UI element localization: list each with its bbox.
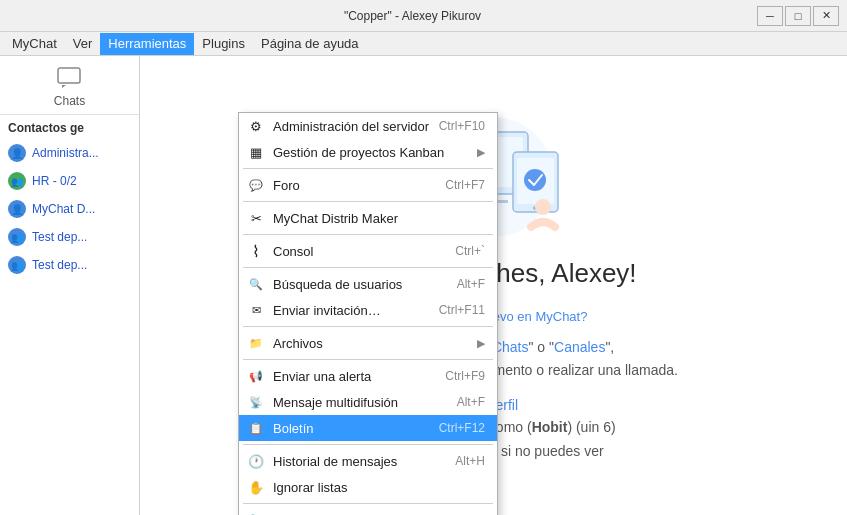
main-layout: Chats Contactos ge 👤 Administra... 👥 HR … <box>0 56 847 515</box>
menu-item-block[interactable]: 🔧 Programa en bloque Alt+B <box>239 507 497 515</box>
alert-shortcut: Ctrl+F9 <box>445 369 485 383</box>
console-shortcut: Ctrl+` <box>455 244 485 258</box>
menu-item-history[interactable]: 🕐 Historial de mensajes Alt+H <box>239 448 497 474</box>
contact-icon-hr: 👥 <box>8 172 26 190</box>
console-label: Consol <box>273 244 447 259</box>
menu-item-search[interactable]: 🔍 Búsqueda de usuarios Alt+F <box>239 271 497 297</box>
history-icon: 🕐 <box>247 452 265 470</box>
menu-item-admin-server[interactable]: ⚙ Administración del servidor Ctrl+F10 <box>239 113 497 139</box>
minimize-button[interactable]: ─ <box>757 6 783 26</box>
search-label: Búsqueda de usuarios <box>273 277 449 292</box>
svg-rect-0 <box>58 68 80 83</box>
contacts-header: Contactos ge <box>0 115 139 139</box>
kanban-label: Gestión de proyectos Kanban <box>273 145 469 160</box>
forum-icon: 💬 <box>247 176 265 194</box>
contact-hr[interactable]: 👥 HR - 0/2 <box>0 167 139 195</box>
menu-ver[interactable]: Ver <box>65 33 101 55</box>
maximize-button[interactable]: □ <box>785 6 811 26</box>
bulletin-shortcut: Ctrl+F12 <box>439 421 485 435</box>
menu-item-maker[interactable]: ✂ MyChat Distrib Maker <box>239 205 497 231</box>
files-label: Archivos <box>273 336 469 351</box>
search-shortcut: Alt+F <box>457 277 485 291</box>
maker-icon: ✂ <box>247 209 265 227</box>
menu-item-broadcast[interactable]: 📡 Mensaje multidifusión Alt+F <box>239 389 497 415</box>
invite-icon: ✉ <box>247 301 265 319</box>
separator-4 <box>243 267 493 268</box>
contact-icon-admin: 👤 <box>8 144 26 162</box>
bulletin-icon: 📋 <box>247 419 265 437</box>
ignore-label: Ignorar listas <box>273 480 485 495</box>
menu-item-alert[interactable]: 📢 Enviar una alerta Ctrl+F9 <box>239 363 497 389</box>
separator-6 <box>243 359 493 360</box>
title-bar-title: "Copper" - Alexey Pikurov <box>68 9 757 23</box>
admin-server-icon: ⚙ <box>247 117 265 135</box>
console-icon: ⌇ <box>247 242 265 260</box>
alert-icon: 📢 <box>247 367 265 385</box>
search-icon: 🔍 <box>247 275 265 293</box>
admin-server-shortcut: Ctrl+F10 <box>439 119 485 133</box>
files-arrow: ▶ <box>477 337 485 350</box>
contact-icon-test2: 👥 <box>8 256 26 274</box>
menu-plugins[interactable]: Plugins <box>194 33 253 55</box>
block-icon: 🔧 <box>247 511 265 515</box>
title-bar-controls: ─ □ ✕ <box>757 6 839 26</box>
sidebar-chats[interactable]: Chats <box>0 56 139 115</box>
admin-server-label: Administración del servidor <box>273 119 431 134</box>
menu-ayuda[interactable]: Página de ayuda <box>253 33 367 55</box>
menu-item-kanban[interactable]: ▦ Gestión de proyectos Kanban ▶ <box>239 139 497 165</box>
dropdown-menu: ⚙ Administración del servidor Ctrl+F10 ▦… <box>238 112 498 515</box>
contact-admin[interactable]: 👤 Administra... <box>0 139 139 167</box>
contact-label-test1: Test dep... <box>32 230 87 244</box>
contact-icon-mychat: 👤 <box>8 200 26 218</box>
kanban-icon: ▦ <box>247 143 265 161</box>
menu-item-ignore[interactable]: ✋ Ignorar listas <box>239 474 497 500</box>
history-shortcut: Alt+H <box>455 454 485 468</box>
bulletin-label: Boletín <box>273 421 431 436</box>
contact-label-hr: HR - 0/2 <box>32 174 77 188</box>
files-icon: 📁 <box>247 334 265 352</box>
forum-label: Foro <box>273 178 437 193</box>
menu-item-files[interactable]: 📁 Archivos ▶ <box>239 330 497 356</box>
broadcast-shortcut: Alt+F <box>457 395 485 409</box>
menu-item-bulletin[interactable]: 📋 Boletín Ctrl+F12 <box>239 415 497 441</box>
ignore-icon: ✋ <box>247 478 265 496</box>
contact-test1[interactable]: 👥 Test dep... <box>0 223 139 251</box>
separator-7 <box>243 444 493 445</box>
separator-2 <box>243 201 493 202</box>
close-button[interactable]: ✕ <box>813 6 839 26</box>
broadcast-icon: 📡 <box>247 393 265 411</box>
separator-3 <box>243 234 493 235</box>
dropdown-overlay: ⚙ Administración del servidor Ctrl+F10 ▦… <box>140 112 847 515</box>
maker-label: MyChat Distrib Maker <box>273 211 485 226</box>
invite-shortcut: Ctrl+F11 <box>439 303 485 317</box>
contact-icon-test1: 👥 <box>8 228 26 246</box>
kanban-arrow: ▶ <box>477 146 485 159</box>
title-bar: "Copper" - Alexey Pikurov ─ □ ✕ <box>0 0 847 32</box>
chats-label: Chats <box>54 94 85 108</box>
menu-item-console[interactable]: ⌇ Consol Ctrl+` <box>239 238 497 264</box>
separator-1 <box>243 168 493 169</box>
contact-label-mychat: MyChat D... <box>32 202 95 216</box>
forum-shortcut: Ctrl+F7 <box>445 178 485 192</box>
menu-item-forum[interactable]: 💬 Foro Ctrl+F7 <box>239 172 497 198</box>
chats-icon <box>54 64 86 92</box>
menu-mychat[interactable]: MyChat <box>4 33 65 55</box>
separator-5 <box>243 326 493 327</box>
menu-herramientas[interactable]: Herramientas <box>100 33 194 55</box>
history-label: Historial de mensajes <box>273 454 447 469</box>
invite-label: Enviar invitación… <box>273 303 431 318</box>
menu-item-invite[interactable]: ✉ Enviar invitación… Ctrl+F11 <box>239 297 497 323</box>
menu-bar: MyChat Ver Herramientas Plugins Página d… <box>0 32 847 56</box>
sidebar: Chats Contactos ge 👤 Administra... 👥 HR … <box>0 56 140 515</box>
contact-test2[interactable]: 👥 Test dep... <box>0 251 139 279</box>
separator-8 <box>243 503 493 504</box>
contact-label-test2: Test dep... <box>32 258 87 272</box>
contact-label-admin: Administra... <box>32 146 99 160</box>
contact-mychat[interactable]: 👤 MyChat D... <box>0 195 139 223</box>
content-area: ¡Buenas noches, Alexey! ¿Qué hay de nuev… <box>140 56 847 515</box>
broadcast-label: Mensaje multidifusión <box>273 395 449 410</box>
alert-label: Enviar una alerta <box>273 369 437 384</box>
